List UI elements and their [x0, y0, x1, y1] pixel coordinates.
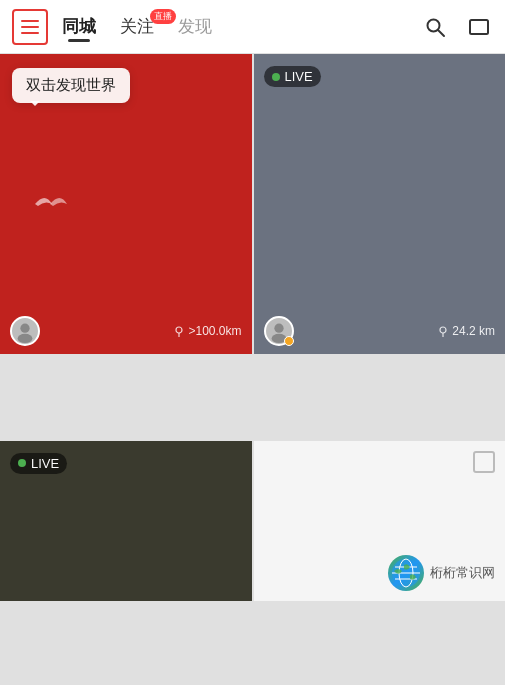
screen-button[interactable] — [465, 13, 493, 41]
arrow-icon — [30, 184, 70, 224]
card-top-left-footer: >100.0km — [0, 316, 252, 346]
live-tag-bottom-left: LIVE — [10, 453, 67, 474]
svg-rect-2 — [470, 20, 488, 34]
svg-point-5 — [176, 327, 182, 333]
card-top-right[interactable]: LIVE 24.2 km — [254, 54, 506, 354]
card-top-left[interactable]: 双击发现世界 >100.0km — [0, 54, 252, 354]
nav-tabs: 同城 关注 直播 发现 — [62, 15, 421, 38]
header-icons — [421, 13, 493, 41]
cards-grid: 双击发现世界 >100.0km — [0, 54, 505, 685]
main-content: 双击发现世界 >100.0km — [0, 54, 505, 685]
card-bottom-right[interactable]: 桁桁常识网 — [254, 441, 506, 601]
svg-point-6 — [274, 324, 283, 333]
tooltip-bubble: 双击发现世界 — [12, 68, 130, 103]
live-dot — [272, 73, 280, 81]
avatar-wrap-top-right — [264, 316, 294, 346]
svg-point-4 — [18, 334, 33, 343]
watermark-text: 桁桁常识网 — [430, 564, 495, 582]
square-icon — [473, 451, 495, 473]
live-badge: 直播 — [150, 9, 176, 24]
live-dot-bottom — [18, 459, 26, 467]
distance-top-right: 24.2 km — [437, 324, 495, 338]
menu-button[interactable] — [12, 9, 48, 45]
tab-faxian[interactable]: 发现 — [178, 15, 212, 38]
card-bottom-left[interactable]: LIVE — [0, 441, 252, 601]
svg-point-3 — [20, 324, 29, 333]
svg-point-8 — [440, 327, 446, 333]
live-tag-top-right: LIVE — [264, 66, 321, 87]
distance-top-left: >100.0km — [173, 324, 241, 338]
menu-icon — [21, 20, 39, 34]
card-top-right-footer: 24.2 km — [254, 316, 506, 346]
avatar-badge — [284, 336, 294, 346]
tab-guanzhu[interactable]: 关注 直播 — [120, 15, 154, 38]
avatar-top-left — [10, 316, 40, 346]
tab-tongcheng[interactable]: 同城 — [62, 15, 96, 38]
header: 同城 关注 直播 发现 — [0, 0, 505, 54]
globe-watermark: 桁桁常识网 — [388, 555, 495, 591]
search-button[interactable] — [421, 13, 449, 41]
svg-line-1 — [438, 30, 444, 36]
globe-icon — [388, 555, 424, 591]
